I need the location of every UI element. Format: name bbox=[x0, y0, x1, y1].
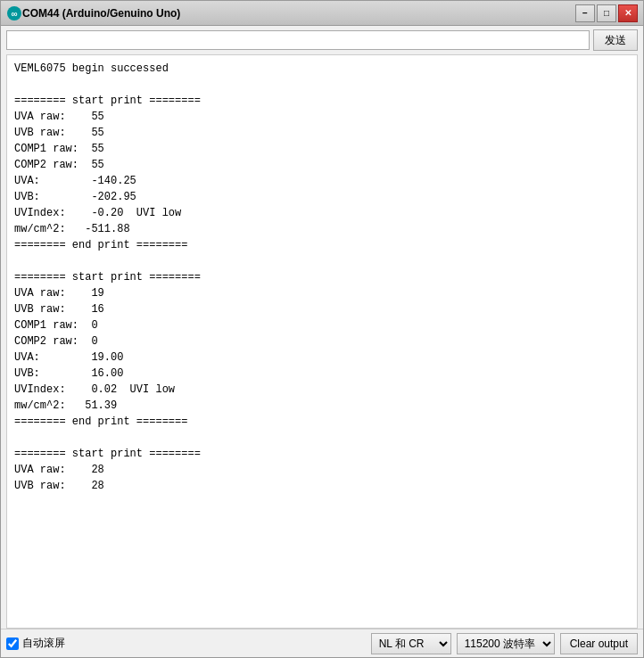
serial-input[interactable] bbox=[6, 30, 590, 50]
svg-text:∞: ∞ bbox=[11, 9, 17, 19]
serial-output-text: VEML6075 begin successed ======== start … bbox=[14, 61, 630, 494]
autoscroll-label[interactable]: 自动滚屏 bbox=[6, 636, 65, 651]
line-ending-select[interactable]: NL 和 CR 没有结束符 换行 回车 bbox=[371, 633, 451, 654]
maximize-button[interactable]: □ bbox=[597, 4, 616, 22]
clear-output-button[interactable]: Clear output bbox=[560, 633, 638, 654]
window-controls: − □ ✕ bbox=[575, 4, 638, 22]
window: ∞ COM44 (Arduino/Genuino Uno) − □ ✕ 发送 V… bbox=[0, 0, 644, 658]
autoscroll-checkbox[interactable] bbox=[6, 637, 19, 650]
close-button[interactable]: ✕ bbox=[618, 4, 638, 22]
window-title: COM44 (Arduino/Genuino Uno) bbox=[22, 7, 575, 20]
app-icon: ∞ bbox=[6, 5, 22, 21]
toolbar: 发送 bbox=[1, 26, 643, 54]
serial-output-area[interactable]: VEML6075 begin successed ======== start … bbox=[6, 54, 638, 629]
send-button[interactable]: 发送 bbox=[593, 29, 638, 51]
title-bar: ∞ COM44 (Arduino/Genuino Uno) − □ ✕ bbox=[1, 1, 643, 26]
autoscroll-text: 自动滚屏 bbox=[22, 636, 65, 651]
minimize-button[interactable]: − bbox=[575, 4, 595, 22]
status-bar: 自动滚屏 NL 和 CR 没有结束符 换行 回车 115200 波特率 9600… bbox=[1, 629, 643, 657]
baud-rate-select[interactable]: 115200 波特率 9600 波特率 19200 波特率 38400 波特率 … bbox=[457, 633, 555, 654]
